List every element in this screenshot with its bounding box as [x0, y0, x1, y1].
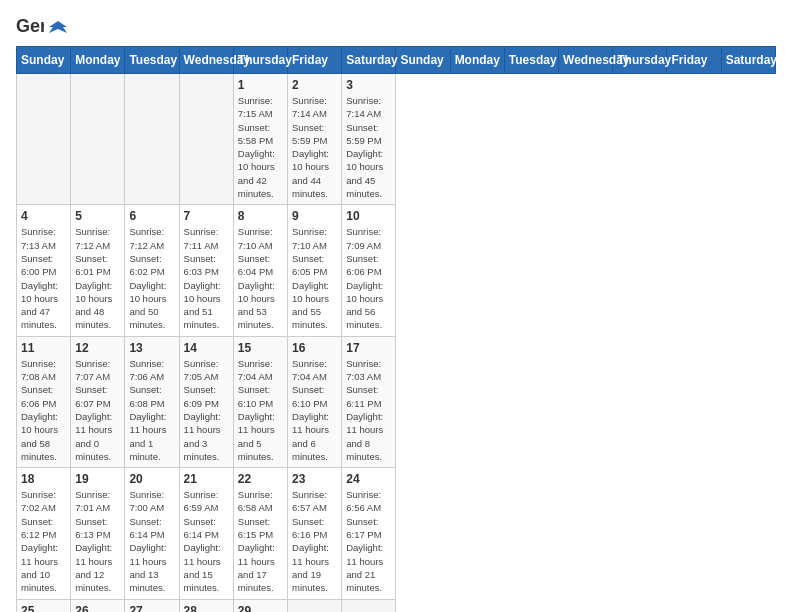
- day-info: Sunrise: 7:12 AM Sunset: 6:01 PM Dayligh…: [75, 225, 120, 331]
- header-friday: Friday: [288, 47, 342, 74]
- calendar-cell: 25Sunrise: 6:55 AM Sunset: 6:18 PM Dayli…: [17, 599, 71, 612]
- calendar-cell: 5Sunrise: 7:12 AM Sunset: 6:01 PM Daylig…: [71, 205, 125, 336]
- day-number: 14: [184, 341, 229, 355]
- calendar-header-row: SundayMondayTuesdayWednesdayThursdayFrid…: [17, 47, 776, 74]
- day-number: 8: [238, 209, 283, 223]
- day-number: 21: [184, 472, 229, 486]
- calendar-cell: 21Sunrise: 6:59 AM Sunset: 6:14 PM Dayli…: [179, 468, 233, 599]
- calendar-cell: 7Sunrise: 7:11 AM Sunset: 6:03 PM Daylig…: [179, 205, 233, 336]
- svg-marker-1: [49, 21, 67, 33]
- calendar-week-row: 4Sunrise: 7:13 AM Sunset: 6:00 PM Daylig…: [17, 205, 776, 336]
- calendar-cell: [71, 74, 125, 205]
- day-number: 19: [75, 472, 120, 486]
- header-tuesday: Tuesday: [125, 47, 179, 74]
- svg-text:General: General: [16, 16, 44, 36]
- calendar-week-row: 1Sunrise: 7:15 AM Sunset: 5:58 PM Daylig…: [17, 74, 776, 205]
- calendar-cell: [125, 74, 179, 205]
- day-number: 27: [129, 604, 174, 613]
- header-sunday: Sunday: [17, 47, 71, 74]
- day-number: 5: [75, 209, 120, 223]
- calendar-cell: 15Sunrise: 7:04 AM Sunset: 6:10 PM Dayli…: [233, 336, 287, 467]
- day-info: Sunrise: 7:14 AM Sunset: 5:59 PM Dayligh…: [346, 94, 391, 200]
- day-number: 15: [238, 341, 283, 355]
- day-number: 17: [346, 341, 391, 355]
- day-number: 9: [292, 209, 337, 223]
- day-number: 4: [21, 209, 66, 223]
- logo-bird-icon: [49, 19, 67, 37]
- weekday-header-sunday: Sunday: [396, 47, 450, 74]
- day-number: 7: [184, 209, 229, 223]
- day-number: 12: [75, 341, 120, 355]
- day-info: Sunrise: 7:03 AM Sunset: 6:11 PM Dayligh…: [346, 357, 391, 463]
- day-number: 3: [346, 78, 391, 92]
- header-saturday: Saturday: [342, 47, 396, 74]
- header-thursday: Thursday: [233, 47, 287, 74]
- day-info: Sunrise: 7:08 AM Sunset: 6:06 PM Dayligh…: [21, 357, 66, 463]
- logo-container: [48, 17, 68, 38]
- calendar-cell: 17Sunrise: 7:03 AM Sunset: 6:11 PM Dayli…: [342, 336, 396, 467]
- calendar-week-row: 25Sunrise: 6:55 AM Sunset: 6:18 PM Dayli…: [17, 599, 776, 612]
- day-info: Sunrise: 7:11 AM Sunset: 6:03 PM Dayligh…: [184, 225, 229, 331]
- calendar-cell: 27Sunrise: 6:53 AM Sunset: 6:19 PM Dayli…: [125, 599, 179, 612]
- day-number: 24: [346, 472, 391, 486]
- calendar-cell: 14Sunrise: 7:05 AM Sunset: 6:09 PM Dayli…: [179, 336, 233, 467]
- calendar-cell: 6Sunrise: 7:12 AM Sunset: 6:02 PM Daylig…: [125, 205, 179, 336]
- day-info: Sunrise: 7:04 AM Sunset: 6:10 PM Dayligh…: [292, 357, 337, 463]
- day-info: Sunrise: 7:01 AM Sunset: 6:13 PM Dayligh…: [75, 488, 120, 594]
- day-info: Sunrise: 7:02 AM Sunset: 6:12 PM Dayligh…: [21, 488, 66, 594]
- calendar-cell: 29Sunrise: 6:50 AM Sunset: 6:20 PM Dayli…: [233, 599, 287, 612]
- day-info: Sunrise: 7:09 AM Sunset: 6:06 PM Dayligh…: [346, 225, 391, 331]
- calendar-cell: 26Sunrise: 6:54 AM Sunset: 6:18 PM Dayli…: [71, 599, 125, 612]
- calendar-cell: [342, 599, 396, 612]
- day-info: Sunrise: 7:14 AM Sunset: 5:59 PM Dayligh…: [292, 94, 337, 200]
- day-info: Sunrise: 7:06 AM Sunset: 6:08 PM Dayligh…: [129, 357, 174, 463]
- calendar-table: SundayMondayTuesdayWednesdayThursdayFrid…: [16, 46, 776, 612]
- logo-icon: General: [16, 16, 44, 38]
- calendar-cell: [179, 74, 233, 205]
- weekday-header-wednesday: Wednesday: [559, 47, 613, 74]
- day-info: Sunrise: 6:57 AM Sunset: 6:16 PM Dayligh…: [292, 488, 337, 594]
- calendar-cell: 13Sunrise: 7:06 AM Sunset: 6:08 PM Dayli…: [125, 336, 179, 467]
- calendar-cell: 20Sunrise: 7:00 AM Sunset: 6:14 PM Dayli…: [125, 468, 179, 599]
- day-info: Sunrise: 7:05 AM Sunset: 6:09 PM Dayligh…: [184, 357, 229, 463]
- header-wednesday: Wednesday: [179, 47, 233, 74]
- day-number: 18: [21, 472, 66, 486]
- calendar-week-row: 11Sunrise: 7:08 AM Sunset: 6:06 PM Dayli…: [17, 336, 776, 467]
- day-number: 29: [238, 604, 283, 613]
- day-number: 26: [75, 604, 120, 613]
- day-number: 13: [129, 341, 174, 355]
- day-info: Sunrise: 7:00 AM Sunset: 6:14 PM Dayligh…: [129, 488, 174, 594]
- day-info: Sunrise: 7:15 AM Sunset: 5:58 PM Dayligh…: [238, 94, 283, 200]
- calendar-cell: 12Sunrise: 7:07 AM Sunset: 6:07 PM Dayli…: [71, 336, 125, 467]
- calendar-cell: 18Sunrise: 7:02 AM Sunset: 6:12 PM Dayli…: [17, 468, 71, 599]
- calendar-cell: 28Sunrise: 6:51 AM Sunset: 6:20 PM Dayli…: [179, 599, 233, 612]
- weekday-header-saturday: Saturday: [721, 47, 775, 74]
- day-number: 10: [346, 209, 391, 223]
- calendar-cell: 16Sunrise: 7:04 AM Sunset: 6:10 PM Dayli…: [288, 336, 342, 467]
- logo: General: [16, 16, 68, 38]
- day-number: 25: [21, 604, 66, 613]
- calendar-cell: 11Sunrise: 7:08 AM Sunset: 6:06 PM Dayli…: [17, 336, 71, 467]
- calendar-cell: 24Sunrise: 6:56 AM Sunset: 6:17 PM Dayli…: [342, 468, 396, 599]
- calendar-cell: 2Sunrise: 7:14 AM Sunset: 5:59 PM Daylig…: [288, 74, 342, 205]
- day-info: Sunrise: 7:12 AM Sunset: 6:02 PM Dayligh…: [129, 225, 174, 331]
- day-number: 20: [129, 472, 174, 486]
- header-monday: Monday: [71, 47, 125, 74]
- day-info: Sunrise: 7:04 AM Sunset: 6:10 PM Dayligh…: [238, 357, 283, 463]
- calendar-cell: [288, 599, 342, 612]
- calendar-cell: [17, 74, 71, 205]
- day-number: 28: [184, 604, 229, 613]
- day-info: Sunrise: 6:58 AM Sunset: 6:15 PM Dayligh…: [238, 488, 283, 594]
- calendar-cell: 10Sunrise: 7:09 AM Sunset: 6:06 PM Dayli…: [342, 205, 396, 336]
- day-number: 1: [238, 78, 283, 92]
- day-info: Sunrise: 7:10 AM Sunset: 6:04 PM Dayligh…: [238, 225, 283, 331]
- weekday-header-tuesday: Tuesday: [504, 47, 558, 74]
- calendar-cell: 4Sunrise: 7:13 AM Sunset: 6:00 PM Daylig…: [17, 205, 71, 336]
- weekday-header-monday: Monday: [450, 47, 504, 74]
- day-number: 11: [21, 341, 66, 355]
- weekday-header-thursday: Thursday: [613, 47, 667, 74]
- day-number: 23: [292, 472, 337, 486]
- calendar-cell: 9Sunrise: 7:10 AM Sunset: 6:05 PM Daylig…: [288, 205, 342, 336]
- day-number: 6: [129, 209, 174, 223]
- weekday-header-friday: Friday: [667, 47, 721, 74]
